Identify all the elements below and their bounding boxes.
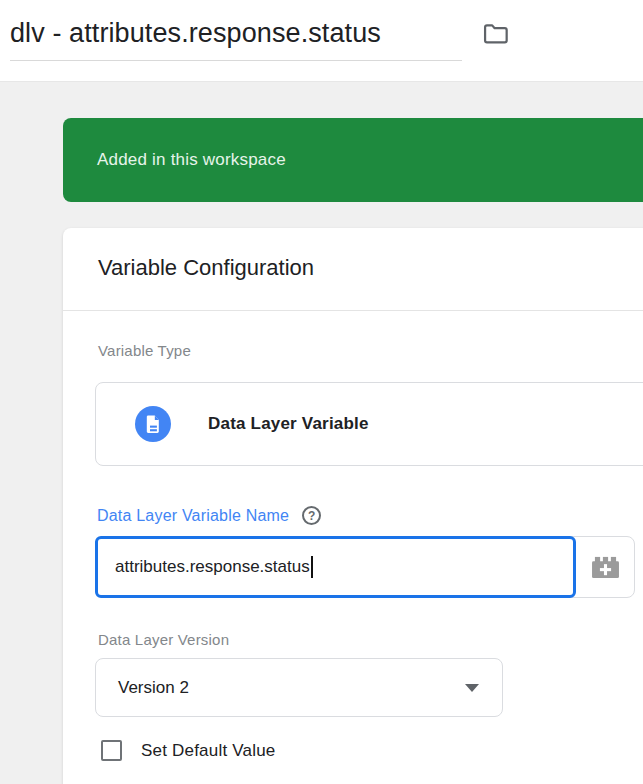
text-caret (311, 556, 313, 578)
folder-icon[interactable] (480, 20, 510, 50)
banner-text: Added in this workspace (97, 150, 286, 170)
dlv-version-value: Version 2 (118, 678, 189, 698)
card-title: Variable Configuration (98, 255, 314, 281)
set-default-value-checkbox[interactable] (101, 740, 122, 761)
dlv-name-input[interactable]: attributes.response.status (95, 536, 576, 598)
variable-title-field[interactable]: dlv - attributes.response.status (10, 18, 381, 49)
set-default-value-row: Set Default Value (101, 740, 275, 761)
variable-picker-icon (590, 555, 621, 580)
chevron-down-icon (465, 684, 479, 692)
workspace-status-banner: Added in this workspace (63, 118, 643, 202)
title-underline (10, 60, 462, 61)
dlv-version-label: Data Layer Version (98, 631, 229, 648)
folder-icon-glyph (481, 20, 509, 48)
gtm-variable-editor: dlv - attributes.response.status Added i… (0, 0, 643, 784)
set-default-value-label: Set Default Value (141, 741, 275, 761)
data-layer-variable-icon (135, 406, 171, 442)
dlv-name-label-row: Data Layer Variable Name ? (97, 506, 321, 525)
dlv-name-value: attributes.response.status (115, 557, 310, 577)
variable-type-value: Data Layer Variable (208, 414, 369, 434)
card-divider (63, 310, 643, 311)
variable-type-label: Variable Type (98, 342, 191, 359)
dlv-name-label[interactable]: Data Layer Variable Name (97, 507, 289, 525)
header: dlv - attributes.response.status (0, 0, 643, 82)
help-icon[interactable]: ? (302, 506, 321, 525)
variable-configuration-card: Variable Configuration Variable Type Dat… (63, 228, 643, 784)
variable-picker-button[interactable] (576, 537, 634, 597)
dlv-name-input-shell: attributes.response.status (95, 536, 635, 598)
dlv-version-select[interactable]: Version 2 (95, 658, 503, 717)
variable-type-selector[interactable]: Data Layer Variable (95, 382, 643, 466)
